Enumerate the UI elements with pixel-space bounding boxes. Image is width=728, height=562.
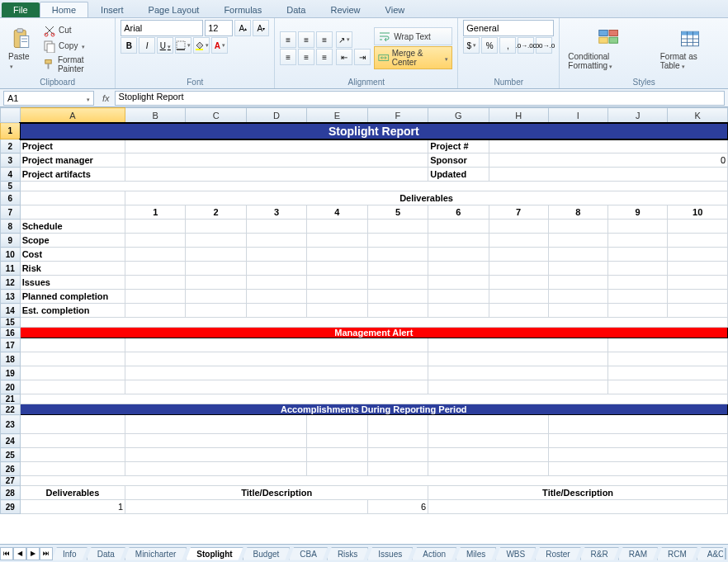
- row-header-12[interactable]: 12: [1, 276, 21, 290]
- cell-B29[interactable]: [125, 500, 368, 514]
- col-header-G[interactable]: G: [428, 108, 489, 123]
- sheet-nav-last[interactable]: ⏭: [40, 547, 53, 560]
- fx-button[interactable]: fx: [97, 93, 115, 103]
- cell-A27[interactable]: [20, 476, 727, 486]
- merge-center-button[interactable]: Merge & Center: [374, 46, 452, 69]
- mgmt-hdr-id[interactable]: ID: [20, 338, 125, 352]
- cell-A21[interactable]: [20, 394, 727, 404]
- comma-button[interactable]: ,: [499, 37, 516, 54]
- delivnum-6[interactable]: 6: [428, 205, 489, 220]
- tab-review[interactable]: Review: [318, 2, 372, 17]
- acc-hdr-desc[interactable]: Description of Accomplishment: [125, 415, 307, 434]
- sheet-tab-ram[interactable]: RAM: [618, 547, 658, 560]
- cell-B4[interactable]: [125, 168, 428, 182]
- sheet-tab-cba[interactable]: CBA: [289, 547, 328, 560]
- mgmt-hdr-action[interactable]: Action Plan: [428, 338, 608, 352]
- delivnum-3[interactable]: 3: [246, 205, 306, 220]
- cell-H3[interactable]: 0: [489, 153, 727, 168]
- horizontal-scrollbar[interactable]: [725, 548, 726, 560]
- row-header-22[interactable]: 22: [1, 404, 21, 415]
- row-header-4[interactable]: 4: [1, 168, 21, 182]
- row-header-25[interactable]: 25: [1, 448, 21, 462]
- font-size-select[interactable]: [205, 20, 233, 36]
- row-header-6[interactable]: 6: [1, 191, 21, 205]
- sheet-tab-risks[interactable]: Risks: [327, 547, 368, 560]
- increase-decimal-button[interactable]: .0→.00: [518, 37, 534, 54]
- sheet-tab-issues[interactable]: Issues: [367, 547, 413, 560]
- sheet-tab-budget[interactable]: Budget: [243, 547, 291, 560]
- cell-G29[interactable]: [428, 500, 728, 514]
- align-right-button[interactable]: ≡: [316, 49, 333, 65]
- cell-A14[interactable]: Est. completion: [20, 304, 125, 318]
- delivnum-9[interactable]: 9: [607, 205, 667, 220]
- mgmt-alert-title[interactable]: Management Alert: [20, 328, 727, 338]
- cell-G2[interactable]: Project #: [428, 139, 489, 153]
- formula-input[interactable]: Stoplight Report: [115, 91, 725, 106]
- col-header-K[interactable]: K: [668, 108, 728, 123]
- mgmt-hdr-situation[interactable]: Situation Requiring Management Attention: [125, 338, 428, 352]
- col-header-B[interactable]: B: [125, 108, 186, 123]
- row-header-13[interactable]: 13: [1, 290, 21, 304]
- row-header-23[interactable]: 23: [1, 415, 21, 434]
- row-header-24[interactable]: 24: [1, 434, 21, 448]
- tab-page-layout[interactable]: Page Layout: [136, 2, 212, 17]
- col-header-C[interactable]: C: [186, 108, 246, 123]
- name-box[interactable]: A1: [3, 91, 94, 106]
- deliverables-header[interactable]: Deliverables: [125, 191, 728, 205]
- cell-A28[interactable]: Deliverables: [20, 486, 125, 500]
- cell-A7[interactable]: [20, 205, 125, 220]
- row-header-1[interactable]: 1: [1, 123, 21, 139]
- sheet-nav-next[interactable]: ▶: [26, 547, 40, 560]
- acc-hdr-owner[interactable]: Owner: [428, 415, 549, 434]
- acc-hdr-comments[interactable]: Comments: [548, 415, 727, 434]
- align-left-button[interactable]: ≡: [280, 49, 296, 65]
- sheet-tab-action[interactable]: Action: [412, 547, 456, 560]
- col-header-F[interactable]: F: [367, 108, 428, 123]
- cell-H2[interactable]: [489, 139, 727, 153]
- row-header-16[interactable]: 16: [1, 328, 21, 338]
- currency-button[interactable]: $: [463, 37, 480, 54]
- mgmt-hdr-owner[interactable]: Owner: [607, 338, 727, 352]
- row-header-7[interactable]: 7: [1, 205, 21, 220]
- cell-A12[interactable]: Issues: [20, 276, 125, 290]
- delivnum-7[interactable]: 7: [489, 205, 548, 220]
- spreadsheet-grid[interactable]: A B C D E F G H I J K 1Stoplight Report …: [0, 107, 728, 544]
- sheet-nav-prev[interactable]: ◀: [13, 547, 26, 560]
- sheet-tab-a&c[interactable]: A&C: [697, 547, 723, 560]
- cell-B8[interactable]: [125, 220, 186, 234]
- number-format-select[interactable]: [463, 20, 554, 36]
- format-as-table-button[interactable]: Format as Table: [657, 26, 723, 72]
- row-header-21[interactable]: 21: [1, 394, 21, 404]
- cell-H4[interactable]: [489, 168, 727, 182]
- tab-home[interactable]: Home: [40, 2, 88, 17]
- conditional-formatting-button[interactable]: Conditional Formatting: [565, 26, 653, 72]
- cell-B10[interactable]: [125, 248, 186, 262]
- tab-view[interactable]: View: [373, 2, 418, 17]
- decrease-font-button[interactable]: A▾: [253, 20, 269, 36]
- tab-file[interactable]: File: [2, 2, 40, 17]
- row-header-19[interactable]: 19: [1, 366, 21, 380]
- sheet-tab-minicharter[interactable]: Minicharter: [125, 547, 187, 560]
- select-all-corner[interactable]: [1, 108, 21, 123]
- delivnum-8[interactable]: 8: [548, 205, 607, 220]
- cell-B9[interactable]: [125, 234, 186, 248]
- cell-A2[interactable]: Project: [20, 139, 125, 153]
- row-header-11[interactable]: 11: [1, 262, 21, 276]
- sheet-nav-first[interactable]: ⏮: [0, 547, 13, 560]
- cell-B2[interactable]: [125, 139, 428, 153]
- col-header-J[interactable]: J: [607, 108, 667, 123]
- increase-font-button[interactable]: A▴: [234, 20, 251, 36]
- align-top-button[interactable]: ≡: [280, 31, 296, 48]
- underline-button[interactable]: U: [157, 37, 173, 54]
- row-header-28[interactable]: 28: [1, 486, 21, 500]
- col-header-A[interactable]: A: [20, 108, 125, 123]
- cell-A4[interactable]: Project artifacts: [20, 168, 125, 182]
- cut-button[interactable]: Cut: [41, 23, 110, 38]
- delivnum-1[interactable]: 1: [125, 205, 186, 220]
- col-header-H[interactable]: H: [489, 108, 548, 123]
- col-header-I[interactable]: I: [548, 108, 607, 123]
- decrease-indent-button[interactable]: ⇤: [336, 49, 352, 65]
- cell-A11[interactable]: Risk: [20, 262, 125, 276]
- acc-hdr-date[interactable]: Date Completed: [367, 415, 428, 434]
- row-header-17[interactable]: 17: [1, 338, 21, 352]
